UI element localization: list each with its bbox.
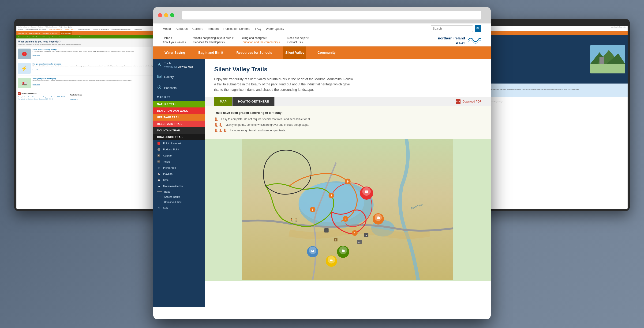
road-label: Road [164,190,170,193]
left-nav-faq[interactable]: FAQ [59,26,62,28]
nav-careers[interactable]: Careers [192,27,203,31]
left-sidebar: Trails View as list View as Map [153,59,205,307]
access-route-label: Access Route [164,196,180,198]
svg-text:P: P [366,234,367,237]
nav-contact[interactable]: Contact us > [287,41,309,44]
left-nav-services[interactable]: Services for developers > [93,29,109,30]
left-download-items[interactable]: Your guide to our Water Mains Improvemen… [18,96,65,100]
main-browser: Media About us Careers Tenders Publicati… [153,7,491,319]
left-septic-title[interactable]: Arrange septic tank emptying [32,78,132,79]
download-pdf-button[interactable]: PDF Download PDF [456,99,481,104]
svg-text:🏔: 🏔 [311,249,314,252]
left-pressure-link[interactable]: Learn More [32,69,40,71]
left-nav-about[interactable]: About us [24,26,29,28]
left-pdf-icon: PDF [18,92,20,95]
sidebar-podcasts-item[interactable]: Podcasts [153,82,205,93]
address-bar[interactable] [182,11,481,20]
left-nav-edu[interactable]: Education and the community > [112,29,131,30]
nav-media[interactable]: Media [163,27,171,31]
orange-nav-resources[interactable]: Resources for Schools [234,47,274,59]
nav-billing[interactable]: Billing and charges > [241,36,280,40]
left-nav-careers[interactable]: Careers [31,26,36,28]
search-button[interactable]: 🔍 [475,25,481,32]
nature-trail-bar[interactable]: NATURE TRAIL [153,101,205,107]
left-contact-link[interactable]: Contact us > [70,99,78,100]
left-help-blockage[interactable]: I have a blockage [72,36,82,38]
poi-key-item: Point of interest [153,140,205,146]
left-flooded-link[interactable]: Learn More [32,55,40,56]
tab-how-to-get-there[interactable]: HOW TO GET THERE [232,97,275,106]
poi-icon [157,141,161,145]
left-nav-tenders[interactable]: Tenders [38,26,43,28]
pdf-icon: PDF [456,99,460,104]
road-line-icon [157,192,162,192]
main-nav-row: Home > About your water > What's happeni… [153,34,491,47]
sidebar-gallery-section: Gallery [153,71,205,82]
left-orange-bag[interactable]: Bag it and Bin it [29,32,40,34]
sidebar-trails-item[interactable]: Trails View as list View as Map [153,59,205,71]
left-orange-resources[interactable]: Resources for Schools [42,32,57,34]
browser-dots [158,13,174,17]
left-nav-billing[interactable]: Billing and charges > [49,29,62,30]
view-as-map[interactable]: View as Map [178,65,193,68]
left-pressure-title[interactable]: I've got no water/low water pressure [32,63,159,65]
minimize-dot[interactable] [164,13,168,17]
nav-home[interactable]: Home > [163,36,186,40]
nav-services[interactable]: Services for developers > [193,41,234,44]
map-area: 9 7 5 2 1 [205,139,491,281]
nav-publication[interactable]: Publication Scheme [223,27,250,31]
left-septic-link[interactable]: Learn More [32,84,40,85]
left-nav-need[interactable]: Need our help? > [64,29,75,30]
orange-nav-silent-valley[interactable]: Silent Valley [283,47,306,59]
difficulty-medium: 👢 👢 Mainly on paths, some of which are g… [214,123,481,127]
close-dot[interactable] [158,13,162,17]
road-key-item: Road [153,189,205,194]
sidebar-gallery-item[interactable]: Gallery [153,71,205,82]
unmarked-trail-line-icon [157,202,162,202]
unmarked-trail-label: Unmarked Trail [164,201,182,203]
left-nav-pub[interactable]: Publication Scheme [45,26,57,28]
orange-nav-bag[interactable]: Bag it and Bin it [196,47,225,59]
svg-point-11 [159,64,160,65]
left-flooded-title[interactable]: I have been flooded by sewage [32,49,134,50]
left-orange-need[interactable]: Need our help? [60,31,72,35]
tab-map[interactable]: MAP [214,97,232,106]
cafe-key-item: ☕ Cafe [153,177,205,183]
left-nav-contact[interactable]: Contact us > [134,29,142,30]
left-help-burst[interactable]: I have got a burst pipe [18,36,30,38]
reservoir-trail-bar[interactable]: RESERVOIR TRAIL [153,121,205,127]
heritage-trail-bar[interactable]: HERITAGE TRAIL [153,114,205,121]
challenge-trail-bar[interactable]: CHALLENGE TRAIL [153,134,205,140]
left-nav-home[interactable]: Home > [18,29,23,30]
nav-faq[interactable]: FAQ [255,27,261,31]
mountain-trail-bar[interactable]: MOUNTAIN TRAIL [153,127,205,134]
left-nav-media[interactable]: Media [18,26,22,28]
nav-about-us[interactable]: About us [176,27,188,31]
nav-help[interactable]: Need our help? > [287,36,309,40]
cafe-icon: ☕ [157,178,161,182]
left-nav-happening[interactable]: What's happening in your area > [26,29,46,30]
orange-nav: Water Saving Bag it and Bin it Resources… [153,47,491,59]
nav-about-water[interactable]: About your water > [163,41,186,44]
nav-happening[interactable]: What's happening in your area > [193,36,234,40]
nav-education[interactable]: Education and the community > [241,41,280,44]
orange-nav-community[interactable]: Community [316,47,338,59]
right-content-area: Silent Valley Trails Enjoy the tranquill… [205,59,491,307]
left-orange-water-saving[interactable]: Water Saving [18,32,27,34]
view-as-list[interactable]: View as list [164,65,177,68]
svg-text:1: 1 [354,232,356,235]
nav-water-quality[interactable]: Water Quality [266,27,284,31]
maximize-dot[interactable] [170,13,174,17]
orange-nav-water-saving[interactable]: Water Saving [163,47,187,59]
access-route-key-item: Access Route [153,194,205,199]
left-nav-about-water[interactable]: About your water > [78,29,90,30]
top-utility-nav: Media About us Careers Tenders Publicati… [153,24,491,34]
svg-text:5: 5 [312,208,314,211]
ben-crom-trail-bar[interactable]: BEN CROM DAM WALK [153,107,205,114]
hard-boots: 👢 👢 👢 [214,129,227,132]
search-input[interactable] [431,25,473,32]
left-nav-water[interactable]: Water Quality [64,26,72,28]
nav-tenders[interactable]: Tenders [208,27,219,31]
left-help-flooded[interactable]: I have been flooded by sewage [32,36,50,38]
left-help-lowpressure[interactable]: I have no water or low pressure [52,36,70,38]
